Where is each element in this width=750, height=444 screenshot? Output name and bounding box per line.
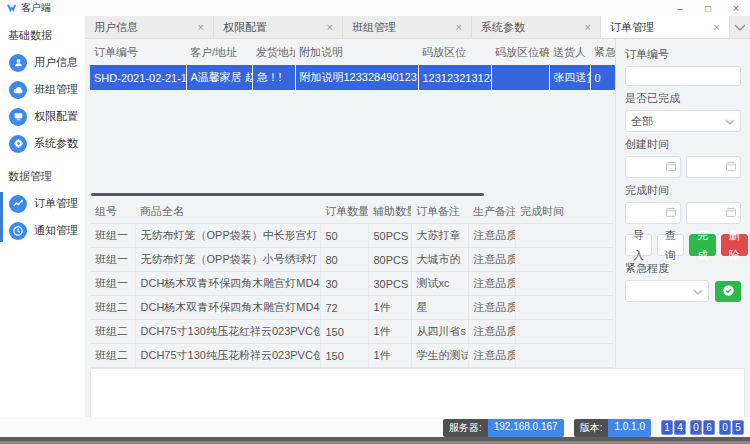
item-row[interactable]: 班组二DCH75寸130纯压花红祥云023PVC创艺灯①1501件从四川省s注意… [90,320,613,344]
table-cell [491,65,549,90]
table-cell: 0 [590,65,615,90]
column-header: 发货地址 [252,40,295,65]
horizontal-scrollbar-thumb[interactable] [91,193,484,196]
column-header: 订单备注 [411,200,468,224]
table-cell: 150 [320,344,368,368]
created-start-date-input[interactable] [625,156,681,178]
table-cell: 从四川省s [411,320,468,344]
urgency-select[interactable] [625,280,709,302]
calendar-icon [726,161,736,173]
item-row[interactable]: 班组二DCH杨木双青环保四角木雕宫灯MD4180A白祥云(黄)721件星注意品质 [90,296,613,320]
complete-button[interactable]: 完成 [689,234,716,256]
tab-close-icon[interactable]: × [327,21,333,33]
sidebar-item-permission-config[interactable]: 权限配置 [0,103,85,130]
table-cell: 班组一 [90,224,135,248]
tab-close-icon[interactable]: × [456,21,462,33]
urgency-row [625,280,741,302]
created-time-label: 创建时间 [625,137,741,152]
delete-button[interactable]: 删除 [721,234,748,256]
calendar-icon [666,161,676,173]
table-cell: 班组二 [90,344,135,368]
import-button[interactable]: 导入 [625,234,652,256]
table-cell: 班组二 [90,296,135,320]
table-cell: 50PCS [368,224,411,248]
minimize-button[interactable]: – [666,0,694,16]
cloud-icon [9,81,27,99]
completed-select[interactable]: 全部 [625,110,741,132]
query-button[interactable]: 查询 [657,234,684,256]
sidebar-item-label: 系统参数 [34,136,78,151]
sidebar-item-label: 权限配置 [34,109,78,124]
order-no-input[interactable] [625,66,741,86]
table-cell [515,272,613,296]
sidebar-item-team-management[interactable]: 班组管理 [0,76,85,103]
horizontal-scrollbar[interactable] [91,193,615,197]
completed-select-value: 全部 [631,114,653,129]
item-row[interactable]: 班组一无纺布灯笼（OPP袋装）小号绣球灯（黄）福字8080PCS大城市的注意品质 [90,248,613,272]
sidebar-item-notification-management[interactable]: 通知管理 [0,217,85,244]
order-chart-icon [9,195,27,213]
tab-team-management[interactable]: 班组管理× [343,16,472,38]
sidebar-item-user-info[interactable]: 用户信息 [0,49,85,76]
items-table-wrap: 组号商品全名订单数量辅助数量订单备注生产备注完成时间 班组一无纺布灯笼（OPP袋… [85,200,615,368]
table-cell: 无纺布灯笼（OPP袋装）小号绣球灯（黄）福字 [135,248,320,272]
table-cell [515,296,613,320]
table-cell: SHD-2021-02-21-1052B [90,65,186,90]
tab-label: 用户信息 [94,20,138,35]
sidebar: 基础数据用户信息班组管理权限配置系统参数数据管理订单管理通知管理 [0,16,85,437]
sidebar-section-title: 基础数据 [0,16,85,49]
server-value: 192.168.0.167 [488,419,564,437]
table-cell: 班组二 [90,320,135,344]
sidebar-section-title: 数据管理 [0,157,85,190]
tab-system-params[interactable]: 系统参数× [472,16,601,38]
table-cell: DCH杨木双青环保四角木雕宫灯MD4180A黄祥云(黄) [135,272,320,296]
order-row[interactable]: SHD-2021-02-21-1052BA温馨家居 赵磊急！!附加说明12332… [90,65,615,90]
confirm-urgency-button[interactable] [715,281,741,302]
sidebar-item-order-management[interactable]: 订单管理 [0,190,85,217]
user-icon [9,54,27,72]
finished-end-date-input[interactable] [686,202,742,224]
tab-order-management[interactable]: 订单管理× [601,16,730,38]
table-cell: 80 [320,248,368,272]
column-header: 辅助数量 [368,200,411,224]
server-label: 服务器: [443,419,488,437]
item-row[interactable]: 班组二DCH75寸130纯压花粉祥云023PVC创艺灯①1501件学生的测试注意… [90,344,613,368]
sidebar-item-label: 通知管理 [34,223,78,238]
sidebar-item-label: 班组管理 [34,82,78,97]
tab-user-info[interactable]: 用户信息× [85,16,214,38]
server-badge: 服务器: 192.168.0.167 [443,419,564,437]
table-cell [515,224,613,248]
item-row[interactable]: 班组一DCH杨木双青环保四角木雕宫灯MD4180A黄祥云(黄)3030PCS测试… [90,272,613,296]
tab-close-icon[interactable]: × [198,21,204,33]
table-cell: 注意品质 [468,344,515,368]
column-header: 码放区位 [418,40,491,65]
clock-digit: 5 [732,420,744,435]
tab-close-icon[interactable]: × [714,21,720,33]
finished-start-date-input[interactable] [625,202,681,224]
table-cell: 80PCS [368,248,411,272]
table-cell: 30 [320,272,368,296]
table-cell: 注意品质 [468,248,515,272]
calendar-icon [666,207,676,219]
items-table-header-row: 组号商品全名订单数量辅助数量订单备注生产备注完成时间 [90,200,613,224]
table-cell: 注意品质 [468,272,515,296]
window-controls: – □ × [666,0,750,16]
tab-close-icon[interactable]: × [585,21,591,33]
close-button[interactable]: × [722,0,750,16]
version-badge: 版本: 1.0.1.0 [574,419,651,437]
sidebar-section-items: 订单管理通知管理 [0,190,85,244]
chevron-down-icon [725,115,735,127]
clock-digit: 4 [674,420,686,435]
table-cell [515,320,613,344]
table-cell: 大苏打章 [411,224,468,248]
column-header: 订单数量 [320,200,368,224]
tab-list-dropdown[interactable] [730,16,750,38]
table-cell: 72 [320,296,368,320]
table-cell: 班组一 [90,272,135,296]
created-end-date-input[interactable] [686,156,742,178]
maximize-button[interactable]: □ [694,0,722,16]
clock-icon [9,222,27,240]
tab-permission-config[interactable]: 权限配置× [214,16,343,38]
sidebar-item-system-params[interactable]: 系统参数 [0,130,85,157]
item-row[interactable]: 班组一无纺布灯笼（OPP袋装）中长形宫灯（黄）新年牛转5050PCS大苏打章注意… [90,224,613,248]
